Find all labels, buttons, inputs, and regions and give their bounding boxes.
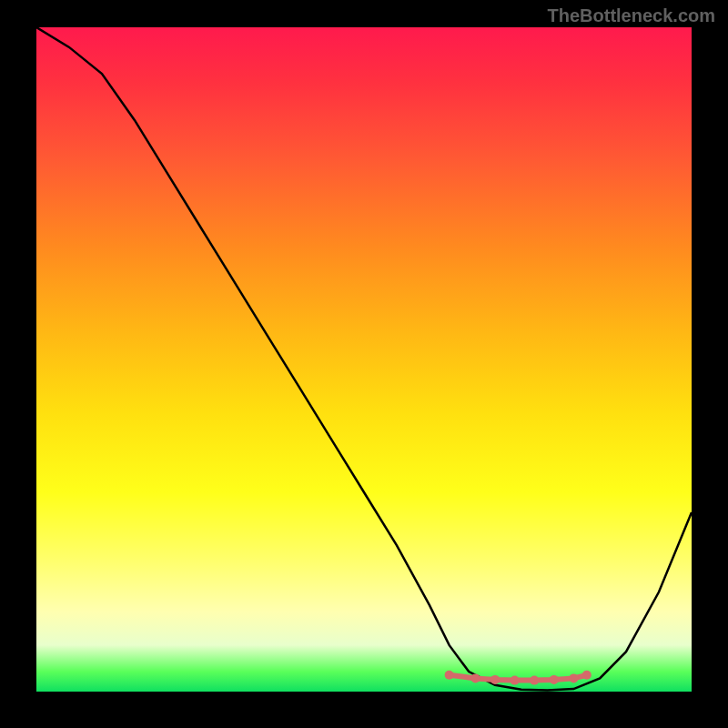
highlight-dots-group [445,671,592,685]
watermark-text: TheBottleneck.com [548,5,715,26]
chart-plot-area [36,27,692,692]
bottleneck-curve-path [36,27,692,691]
highlight-dot [569,673,578,682]
highlight-dot [470,673,480,682]
bottleneck-chart-svg [36,27,692,692]
highlight-dot [582,671,592,680]
highlight-dot [445,671,454,680]
highlight-dot [530,676,539,685]
highlight-dot [511,676,520,685]
highlight-dot [550,675,559,684]
highlight-dot [490,675,500,684]
